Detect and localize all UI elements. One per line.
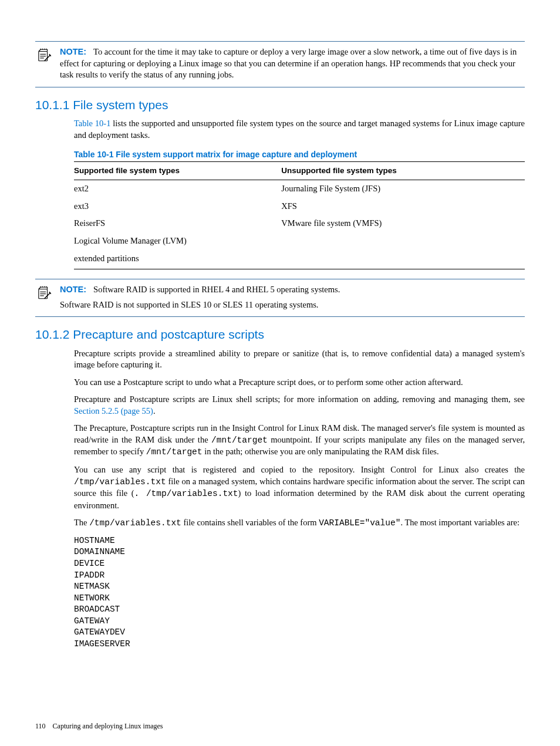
fs-intro-paragraph: Table 10-1 lists the supported and unsup… xyxy=(74,118,525,141)
page-footer: 110Capturing and deploying Linux images xyxy=(35,721,163,731)
note-block-raid: NOTE:Software RAID is supported in RHEL … xyxy=(35,279,525,317)
note-label: NOTE: xyxy=(60,47,86,56)
link-section-5-2-5[interactable]: Section 5.2.5 (page 55) xyxy=(74,406,153,416)
note-icon xyxy=(35,284,52,310)
note-icon xyxy=(35,46,52,81)
note-body: NOTE:Software RAID is supported in RHEL … xyxy=(60,284,525,310)
heading-precapture-postcapture: 10.1.2 Precapture and postcapture script… xyxy=(35,326,525,343)
path-mnt-target: /mnt/target xyxy=(146,447,203,457)
note-label: NOTE: xyxy=(60,285,86,294)
note-text: To account for the time it may take to c… xyxy=(60,47,517,79)
path-mnt-target: /mnt/target xyxy=(211,436,268,445)
note-raid-line1: Software RAID is supported in RHEL 4 and… xyxy=(93,285,340,294)
table-row: ReiserFSVMware file system (VMFS) xyxy=(74,215,525,232)
table-caption: Table 10-1 File system support matrix fo… xyxy=(74,149,525,160)
p-ramdisk-mount: The Precapture, Postcapture scripts run … xyxy=(74,423,525,458)
table-header: Unsupported file system types xyxy=(281,162,525,180)
table-row: extended partitions xyxy=(74,250,525,269)
path-variables-txt: /tmp/variables.txt xyxy=(89,518,181,528)
note-body: NOTE:To account for the time it may take… xyxy=(60,46,525,81)
table-row: ext3XFS xyxy=(74,198,525,215)
footer-title: Capturing and deploying Linux images xyxy=(53,722,163,730)
note-block-timeout: NOTE:To account for the time it may take… xyxy=(35,41,525,87)
variable-form: VARIABLE="value" xyxy=(319,518,400,528)
note-raid-line2: Software RAID is not supported in SLES 1… xyxy=(60,299,525,311)
p-precapture-intro: Precapture scripts provide a streamlined… xyxy=(74,348,525,371)
table-header: Supported file system types xyxy=(74,162,281,180)
p-variables-txt: You can use any script that is registere… xyxy=(74,464,525,511)
heading-file-system-types: 10.1.1 File system types xyxy=(35,97,525,113)
p-variable-form: The /tmp/variables.txt file contains she… xyxy=(74,517,525,529)
path-variables-txt: /tmp/variables.txt xyxy=(74,477,166,487)
table-row: Logical Volume Manager (LVM) xyxy=(74,232,525,250)
page-number: 110 xyxy=(35,722,46,730)
fs-intro-text: lists the supported and unsupported file… xyxy=(74,119,525,140)
variable-list: HOSTNAME DOMAINNAME DEVICE IPADDR NETMAS… xyxy=(74,535,525,650)
table-row: ext2Journaling File System (JFS) xyxy=(74,180,525,198)
file-system-table: Supported file system types Unsupported … xyxy=(74,161,525,269)
source-variables-cmd: . /tmp/variables.txt xyxy=(134,489,238,498)
p-postcapture-intro: You can use a Postcapture script to undo… xyxy=(74,377,525,389)
link-table-10-1[interactable]: Table 10-1 xyxy=(74,119,110,128)
p-shell-scripts: Precapture and Postcapture scripts are L… xyxy=(74,394,525,417)
